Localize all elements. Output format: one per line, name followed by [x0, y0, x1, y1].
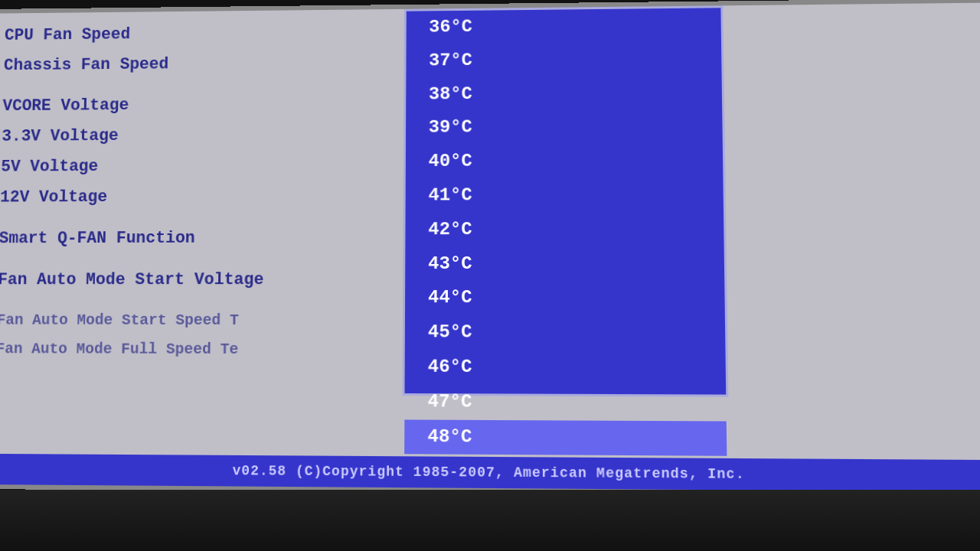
dropdown-temp-38[interactable]: 38°C	[406, 75, 722, 111]
spacer-4	[0, 295, 403, 306]
bios-main: CPU Fan Speed Chassis Fan Speed VCORE Vo…	[0, 2, 980, 460]
screen-wrapper: CPU Fan Speed Chassis Fan Speed VCORE Vo…	[0, 0, 980, 551]
left-panel: CPU Fan Speed Chassis Fan Speed VCORE Vo…	[0, 9, 419, 457]
dropdown-temp-42[interactable]: 42°C	[405, 212, 724, 247]
menu-item-fan-start-speed[interactable]: Fan Auto Mode Start Speed T	[0, 306, 403, 335]
dropdown-temp-37[interactable]: 37°C	[406, 41, 721, 78]
menu-item-12v-voltage[interactable]: 12V Voltage	[0, 181, 403, 213]
bezel-bottom	[0, 490, 980, 551]
dropdown-temp-43[interactable]: 43°C	[405, 246, 724, 281]
menu-item-fan-full-speed[interactable]: Fan Auto Mode Full Speed Te	[0, 334, 403, 364]
status-bar: v02.58 (C)Copyright 1985-2007, American …	[0, 454, 980, 492]
menu-item-33v-voltage[interactable]: 3.3V Voltage	[2, 119, 403, 152]
menu-item-cpu-fan-speed[interactable]: CPU Fan Speed	[4, 17, 403, 51]
menu-item-smart-qfan[interactable]: Smart Q-FAN Function	[0, 222, 403, 254]
dropdown-temp-44[interactable]: 44°C	[405, 281, 725, 315]
dropdown-temp-48[interactable]: 48°C	[404, 419, 727, 456]
dropdown-temp-45[interactable]: 45°C	[405, 315, 726, 350]
menu-item-chassis-fan-speed[interactable]: Chassis Fan Speed	[3, 47, 403, 80]
menu-item-vcore-voltage[interactable]: VCORE Voltage	[2, 88, 403, 122]
menu-item-fan-start-voltage[interactable]: Fan Auto Mode Start Voltage	[0, 264, 403, 295]
dropdown-temp-40[interactable]: 40°C	[406, 143, 724, 179]
dropdown-temp-47[interactable]: 47°C	[404, 385, 726, 421]
temperature-dropdown[interactable]: 36°C 37°C 38°C 39°C 40°C 41°C 42°C 43°C …	[402, 5, 728, 396]
spacer-3	[0, 253, 403, 265]
dropdown-temp-41[interactable]: 41°C	[406, 178, 724, 213]
dropdown-temp-36[interactable]: 36°C	[407, 8, 721, 44]
spacer-2	[0, 211, 403, 223]
dropdown-temp-39[interactable]: 39°C	[406, 109, 723, 145]
dropdown-temp-46[interactable]: 46°C	[405, 350, 727, 386]
menu-item-5v-voltage[interactable]: 5V Voltage	[1, 149, 403, 182]
status-text: v02.58 (C)Copyright 1985-2007, American …	[233, 463, 745, 482]
bios-screen: CPU Fan Speed Chassis Fan Speed VCORE Vo…	[0, 0, 980, 497]
